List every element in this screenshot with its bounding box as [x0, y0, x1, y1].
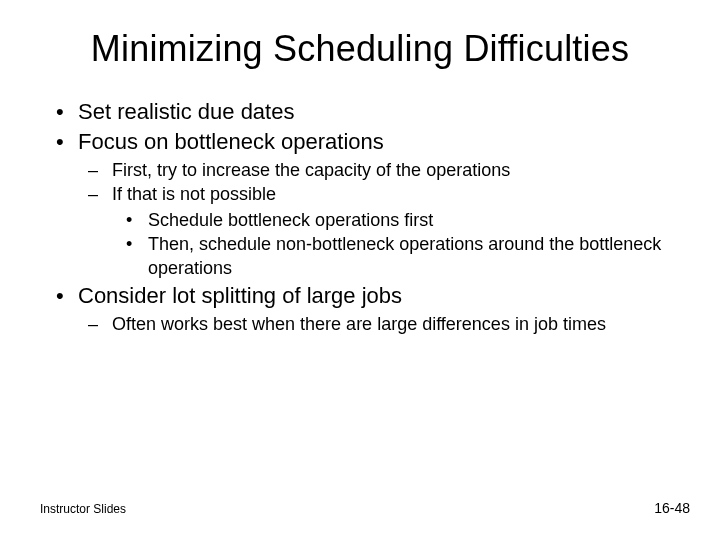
- bullet-list-level1: Set realistic due dates Focus on bottlen…: [56, 98, 680, 337]
- bullet-item: Then, schedule non-bottleneck operations…: [126, 233, 680, 280]
- bullet-item: Set realistic due dates: [56, 98, 680, 126]
- bullet-item: Focus on bottleneck operations First, tr…: [56, 128, 680, 280]
- bullet-list-level2: First, try to increase the capacity of t…: [78, 159, 680, 280]
- bullet-text: If that is not possible: [112, 184, 276, 204]
- bullet-item: If that is not possible Schedule bottlen…: [88, 183, 680, 280]
- slide-title: Minimizing Scheduling Difficulties: [40, 28, 680, 70]
- slide: Minimizing Scheduling Difficulties Set r…: [0, 0, 720, 540]
- bullet-item: Consider lot splitting of large jobs Oft…: [56, 282, 680, 337]
- bullet-list-level3: Schedule bottleneck operations first The…: [112, 209, 680, 280]
- bullet-list-level2: Often works best when there are large di…: [78, 313, 680, 336]
- bullet-item: Schedule bottleneck operations first: [126, 209, 680, 232]
- slide-content: Set realistic due dates Focus on bottlen…: [40, 98, 680, 337]
- bullet-text: Consider lot splitting of large jobs: [78, 283, 402, 308]
- bullet-text: Focus on bottleneck operations: [78, 129, 384, 154]
- footer-left: Instructor Slides: [40, 502, 126, 516]
- bullet-item: Often works best when there are large di…: [88, 313, 680, 336]
- footer-page-number: 16-48: [654, 500, 690, 516]
- bullet-item: First, try to increase the capacity of t…: [88, 159, 680, 182]
